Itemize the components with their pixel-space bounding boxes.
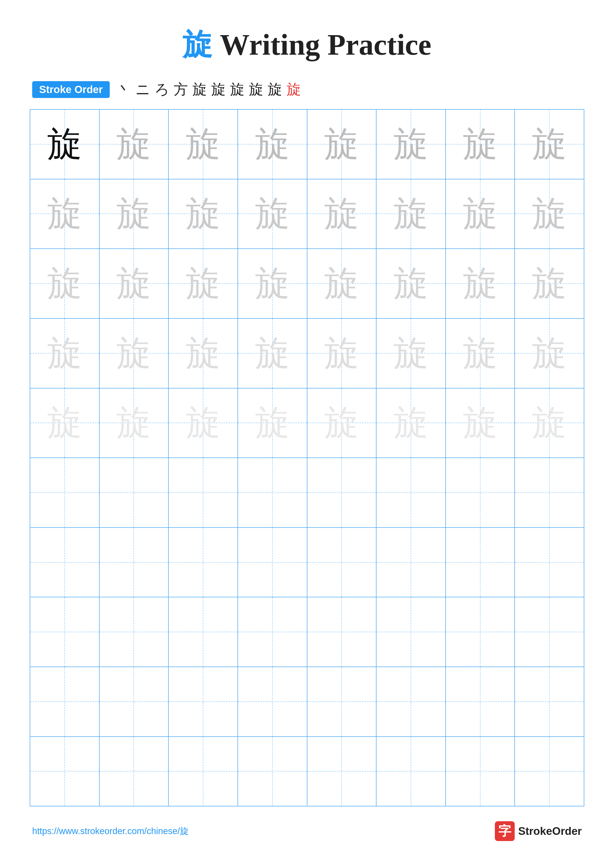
grid-cell[interactable]: 旋 [169,249,238,318]
grid-cell[interactable]: 旋 [238,110,307,179]
grid-cell[interactable]: 旋 [99,110,169,179]
grid-cell[interactable]: 旋 [446,319,515,388]
grid-cell[interactable] [307,528,377,597]
grid-cell[interactable] [30,597,99,666]
grid-row-1: 旋 旋 旋 旋 旋 旋 旋 旋 [30,110,584,180]
grid-cell[interactable]: 旋 [169,319,238,388]
grid-cell[interactable]: 旋 [238,180,307,249]
grid-cell[interactable] [30,667,99,736]
grid-cell[interactable] [446,737,515,806]
grid-cell[interactable]: 旋 [376,249,446,318]
grid-cell[interactable] [30,737,99,806]
grid-row-5: 旋 旋 旋 旋 旋 旋 旋 旋 [30,389,584,458]
stroke-2: ニ [135,80,150,99]
grid-cell[interactable] [169,737,238,806]
grid-cell[interactable] [307,667,377,736]
grid-cell[interactable] [99,737,169,806]
grid-cell[interactable] [307,458,377,527]
grid-cell[interactable]: 旋 [99,249,169,318]
footer-logo-text: StrokeOrder [518,825,582,837]
page-title: 旋 Writing Practice [30,25,584,65]
grid-cell[interactable]: 旋 [446,110,515,179]
grid-cell[interactable]: 旋 [515,110,584,179]
grid-cell[interactable]: 旋 [307,319,377,388]
grid-cell[interactable] [446,458,515,527]
grid-cell[interactable]: 旋 [30,180,99,249]
grid-cell[interactable] [30,458,99,527]
grid-row-7 [30,528,584,598]
grid-cell[interactable] [307,597,377,666]
grid-cell[interactable] [99,597,169,666]
grid-cell[interactable] [446,667,515,736]
grid-cell[interactable] [376,737,446,806]
grid-cell[interactable]: 旋 [515,249,584,318]
grid-cell[interactable] [446,597,515,666]
grid-cell[interactable]: 旋 [446,249,515,318]
grid-row-3: 旋 旋 旋 旋 旋 旋 旋 旋 [30,249,584,319]
grid-cell[interactable]: 旋 [238,389,307,458]
grid-cell[interactable] [99,667,169,736]
grid-row-10 [30,737,584,806]
stroke-7: 旋 [230,80,244,99]
grid-cell[interactable] [376,597,446,666]
grid-cell[interactable]: 旋 [99,180,169,249]
grid-cell[interactable]: 旋 [169,389,238,458]
grid-cell[interactable]: 旋 [99,319,169,388]
grid-cell[interactable]: 旋 [307,110,377,179]
grid-cell[interactable] [446,528,515,597]
grid-cell[interactable] [238,737,307,806]
grid-cell[interactable] [307,737,377,806]
grid-cell[interactable]: 旋 [376,319,446,388]
stroke-6: 旋 [211,80,225,99]
grid-cell[interactable]: 旋 [169,180,238,249]
grid-cell[interactable] [238,597,307,666]
grid-cell[interactable] [238,667,307,736]
grid-cell[interactable] [238,528,307,597]
stroke-5: 旋 [193,80,207,99]
grid-cell[interactable] [99,458,169,527]
grid-cell[interactable]: 旋 [30,249,99,318]
grid-cell[interactable]: 旋 [30,110,99,179]
grid-cell[interactable]: 旋 [169,110,238,179]
stroke-order-chars: 丶 ニ ろ 方 旋 旋 旋 旋 旋 旋 [117,80,301,99]
grid-row-4: 旋 旋 旋 旋 旋 旋 旋 旋 [30,319,584,389]
grid-cell[interactable] [515,667,584,736]
grid-cell[interactable]: 旋 [307,389,377,458]
footer-url[interactable]: https://www.strokeorder.com/chinese/旋 [32,825,189,837]
grid-cell[interactable]: 旋 [515,180,584,249]
grid-cell[interactable] [376,667,446,736]
grid-cell[interactable] [238,458,307,527]
grid-cell[interactable] [515,737,584,806]
grid-cell[interactable]: 旋 [307,180,377,249]
grid-cell[interactable]: 旋 [376,389,446,458]
grid-cell[interactable]: 旋 [99,389,169,458]
grid-cell[interactable] [515,597,584,666]
grid-cell[interactable]: 旋 [30,389,99,458]
grid-cell[interactable]: 旋 [446,389,515,458]
grid-cell[interactable] [376,458,446,527]
grid-cell[interactable] [515,458,584,527]
grid-cell[interactable]: 旋 [30,319,99,388]
stroke-4: 方 [174,80,188,99]
grid-cell[interactable]: 旋 [446,180,515,249]
grid-cell[interactable] [169,667,238,736]
footer-logo: 字 StrokeOrder [495,821,582,841]
grid-cell[interactable]: 旋 [307,249,377,318]
grid-cell[interactable]: 旋 [238,249,307,318]
grid-row-2: 旋 旋 旋 旋 旋 旋 旋 旋 [30,180,584,249]
grid-cell[interactable] [99,528,169,597]
grid-cell[interactable] [169,458,238,527]
stroke-order-row: Stroke Order 丶 ニ ろ 方 旋 旋 旋 旋 旋 旋 [30,80,584,99]
stroke-9: 旋 [268,80,282,99]
stroke-3: ろ [155,80,169,99]
grid-cell[interactable]: 旋 [376,180,446,249]
grid-cell[interactable]: 旋 [238,319,307,388]
grid-cell[interactable]: 旋 [376,110,446,179]
grid-cell[interactable] [30,528,99,597]
grid-cell[interactable] [169,597,238,666]
grid-cell[interactable] [515,528,584,597]
grid-cell[interactable] [169,528,238,597]
grid-cell[interactable]: 旋 [515,319,584,388]
grid-cell[interactable] [376,528,446,597]
grid-cell[interactable]: 旋 [515,389,584,458]
